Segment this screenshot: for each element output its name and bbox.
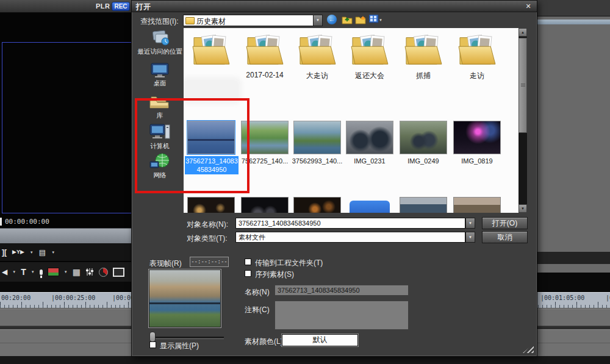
dialog-title-bar[interactable]: 打开 ✕ xyxy=(132,1,537,12)
bin-title-bar xyxy=(537,0,610,16)
edit-toolbar-row1: ][ ▶Y▶ ▼ ▤ ▼ xyxy=(0,243,131,262)
folder-item[interactable]: 抓捕 xyxy=(397,32,450,81)
file-type-input[interactable] xyxy=(235,232,465,243)
clip-color-button[interactable]: 默认 xyxy=(282,334,358,346)
file-type-dropdown-button[interactable]: ▼ xyxy=(465,232,475,243)
monitor-tab-bar: PLR REC xyxy=(0,0,131,13)
comment-field[interactable] xyxy=(274,301,409,330)
file-thumbnail xyxy=(241,197,289,213)
sequence-clip-label: 序列素材(S) xyxy=(255,269,294,280)
scrollbar-thumb[interactable] xyxy=(518,38,527,133)
scroll-down-button[interactable]: ▼ xyxy=(518,204,527,213)
file-item[interactable] xyxy=(343,201,396,213)
safe-area-rect xyxy=(2,42,131,213)
tab-player[interactable]: PLR xyxy=(96,2,110,10)
resize-grip[interactable] xyxy=(523,344,534,353)
cancel-button[interactable]: 取消 xyxy=(482,231,528,243)
file-name-dropdown-button[interactable]: ▼ xyxy=(465,218,475,229)
file-item[interactable] xyxy=(185,197,237,213)
timecode-display: 00:00:00:00 xyxy=(5,218,49,226)
jog-shuttle-icon[interactable]: ▶Y▶ xyxy=(12,249,24,255)
file-name-input[interactable] xyxy=(235,218,465,229)
folder-item[interactable] xyxy=(185,32,237,71)
folder-item[interactable]: 大走访 xyxy=(291,32,343,81)
new-folder-button[interactable] xyxy=(355,15,366,26)
poster-frame-field[interactable]: --:--:--:-- xyxy=(190,257,229,267)
clip-color-label: 素材颜色(L) xyxy=(245,337,283,347)
clip-preview-image xyxy=(148,269,221,328)
folder-label: 返还大会 xyxy=(343,71,396,81)
folder-label: 走访 xyxy=(451,71,503,81)
sidebar-item-desktop[interactable]: 桌面 xyxy=(136,62,184,88)
file-item[interactable] xyxy=(397,197,450,213)
chevron-down-icon[interactable]: ▼ xyxy=(31,270,35,274)
tab-recorder[interactable]: REC xyxy=(112,2,130,11)
back-icon: ← xyxy=(327,15,337,24)
bin-footer-gray xyxy=(537,264,610,273)
transfer-to-project-checkbox[interactable] xyxy=(245,259,251,265)
title-tool-icon[interactable]: T xyxy=(21,268,26,276)
file-item[interactable]: IMG_0819 xyxy=(451,121,503,165)
folder-icon xyxy=(185,17,195,24)
player-monitor-panel: PLR REC 00:00:00:00 ][ ▶Y▶ ▼ ▤ ▼ ◀ ▼ T ▼… xyxy=(0,0,131,282)
monitor-icon[interactable] xyxy=(113,268,124,277)
look-in-dropdown-button[interactable]: ▼ xyxy=(313,15,323,26)
file-item[interactable]: 37562993_140... xyxy=(291,121,343,165)
rewind-icon[interactable]: ◀ xyxy=(2,268,7,276)
trim-in-out-icon[interactable]: ][ xyxy=(2,249,7,256)
sidebar-item-label: 最近访问的位置 xyxy=(136,48,184,56)
close-icon[interactable]: ✕ xyxy=(523,2,533,10)
file-item[interactable]: IMG_0231 xyxy=(343,121,396,165)
folder-icon xyxy=(404,32,442,67)
name-field[interactable]: 37562713_1408345834950 xyxy=(274,285,409,296)
back-button[interactable]: ← xyxy=(327,15,338,26)
file-item[interactable] xyxy=(239,197,291,213)
file-item[interactable] xyxy=(451,197,503,213)
file-item[interactable]: IMG_0249 xyxy=(397,121,450,165)
chevron-down-icon[interactable]: ▼ xyxy=(379,18,382,22)
comment-label: 注释(C) xyxy=(245,305,270,315)
audio-mixer-icon[interactable] xyxy=(85,268,94,276)
timeline-bottom-strip xyxy=(0,356,610,364)
vertical-scrollbar[interactable]: ▲ ▼ xyxy=(518,28,527,213)
show-properties-checkbox[interactable] xyxy=(149,341,156,348)
sidebar-item-recent-places[interactable]: 最近访问的位置 xyxy=(136,29,184,56)
chevron-down-icon[interactable]: ▼ xyxy=(12,270,16,274)
file-thumbnail xyxy=(293,121,341,154)
file-label: 37562993_140... xyxy=(291,157,343,165)
file-type-label: 对象类型(T): xyxy=(187,234,228,244)
seek-bar[interactable] xyxy=(0,228,131,244)
up-one-level-button[interactable] xyxy=(342,15,353,26)
chevron-down-icon[interactable]: ▼ xyxy=(64,270,68,274)
bin-panel xyxy=(537,0,610,273)
film-audio-icon[interactable]: ▤ xyxy=(39,249,46,256)
sequence-clip-checkbox[interactable] xyxy=(245,270,251,277)
keyboard-grid-icon[interactable]: ▦ xyxy=(73,268,81,276)
record-icon[interactable] xyxy=(99,268,108,277)
folder-icon xyxy=(192,32,230,67)
preview-scrub-thumb[interactable] xyxy=(149,332,156,342)
preview-scrub-track[interactable] xyxy=(149,337,224,339)
file-thumbnail xyxy=(346,121,393,154)
folder-label: 抓捕 xyxy=(397,71,450,81)
export-icon[interactable] xyxy=(48,268,59,276)
voiceover-mic-icon[interactable] xyxy=(40,269,43,275)
chevron-down-icon[interactable]: ▼ xyxy=(30,251,34,254)
scroll-up-button[interactable]: ▲ xyxy=(518,28,527,37)
folder-item[interactable]: 返还大会 xyxy=(343,32,396,81)
folder-item[interactable]: 走访 xyxy=(451,32,503,81)
ruler-label: 00:20:00 xyxy=(1,294,30,301)
timecode-cursor xyxy=(0,218,2,226)
dialog-title: 打开 xyxy=(136,2,151,12)
file-thumbnail xyxy=(293,197,341,213)
chevron-down-icon[interactable]: ▼ xyxy=(51,251,55,254)
folder-icon xyxy=(298,32,336,67)
folder-item[interactable]: 2017-02-14 xyxy=(239,32,291,79)
bridge-detail xyxy=(149,302,221,304)
open-button[interactable]: 打开(O) xyxy=(482,217,528,229)
file-thumbnail xyxy=(400,197,447,213)
file-item[interactable] xyxy=(291,197,343,213)
annotation-red-box xyxy=(135,98,249,193)
ruler-label: |00:01:05:00 xyxy=(540,294,584,301)
look-in-combobox[interactable]: 历史素材 xyxy=(183,15,314,26)
